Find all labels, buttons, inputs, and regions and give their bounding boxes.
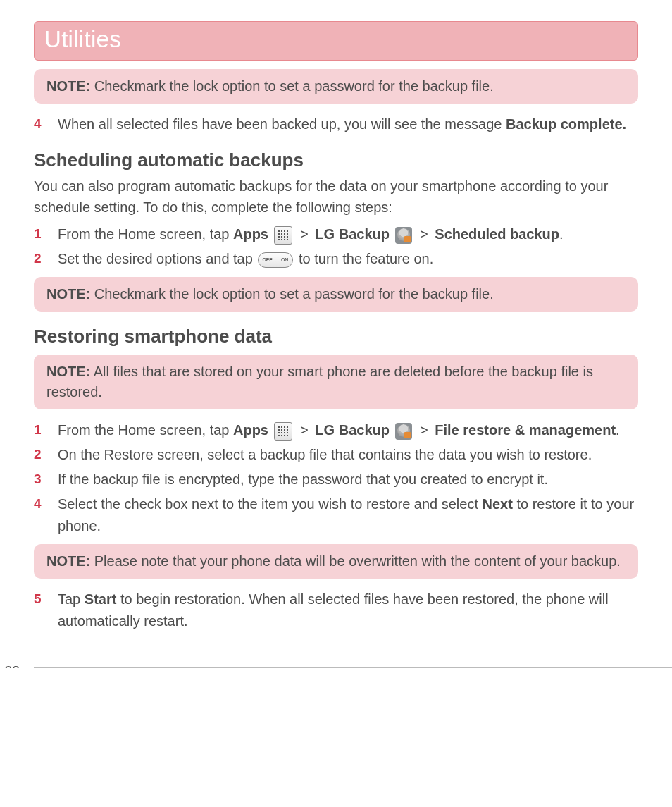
step-text: If the backup file is encrypted, type th… bbox=[58, 472, 548, 487]
restore-step-2: 2 On the Restore screen, select a backup… bbox=[34, 444, 638, 466]
separator-gt: > bbox=[300, 422, 309, 438]
step-body: Select the check box next to the item yo… bbox=[58, 493, 638, 537]
step-body: From the Home screen, tap Apps > LG Back… bbox=[58, 223, 638, 245]
lg-backup-label: LG Backup bbox=[315, 422, 390, 438]
step-number: 1 bbox=[34, 419, 58, 441]
step-number: 2 bbox=[34, 248, 58, 270]
step-text-bold: Backup complete. bbox=[506, 116, 626, 132]
note-box-4: NOTE: Please note that your phone data w… bbox=[34, 544, 638, 579]
note-box-3: NOTE: All files that are stored on your … bbox=[34, 355, 638, 409]
heading-restoring: Restoring smartphone data bbox=[34, 326, 638, 347]
scheduled-backup-label: Scheduled backup bbox=[435, 226, 559, 242]
next-label: Next bbox=[483, 496, 513, 512]
note-text: Please note that your phone data will be… bbox=[94, 553, 621, 569]
step-text: Set the desired options and tap bbox=[58, 251, 256, 266]
step-number: 3 bbox=[34, 469, 58, 491]
separator-gt: > bbox=[300, 226, 309, 242]
step-body: From the Home screen, tap Apps > LG Back… bbox=[58, 419, 638, 441]
step-number: 4 bbox=[34, 493, 58, 537]
lg-backup-label: LG Backup bbox=[315, 226, 390, 242]
lg-backup-icon bbox=[395, 227, 412, 244]
period: . bbox=[616, 422, 620, 438]
step-text: From the Home screen, tap bbox=[58, 226, 233, 242]
apps-label: Apps bbox=[233, 226, 268, 242]
step-text: Tap bbox=[58, 591, 85, 607]
note-label: NOTE: bbox=[46, 364, 90, 379]
section-header-bar: Utilities bbox=[34, 21, 638, 61]
step-body: On the Restore screen, select a backup f… bbox=[58, 444, 638, 466]
separator-gt: > bbox=[420, 422, 428, 438]
section-title: Utilities bbox=[44, 26, 628, 53]
separator-gt: > bbox=[420, 226, 428, 242]
step-text: On the Restore screen, select a backup f… bbox=[58, 447, 592, 462]
step-top-4: 4 When all selected files have been back… bbox=[34, 113, 638, 135]
note-text: Checkmark the lock option to set a passw… bbox=[94, 286, 494, 302]
step-text: Select the check box next to the item yo… bbox=[58, 496, 483, 512]
step-number: 1 bbox=[34, 223, 58, 245]
intro-scheduling: You can also program automatic backups f… bbox=[34, 175, 638, 218]
step-body: When all selected files have been backed… bbox=[58, 113, 638, 135]
note-box-1: NOTE: Checkmark the lock option to set a… bbox=[34, 69, 638, 104]
lg-backup-icon bbox=[395, 423, 412, 440]
note-label: NOTE: bbox=[46, 553, 90, 569]
note-box-2: NOTE: Checkmark the lock option to set a… bbox=[34, 277, 638, 312]
note-label: NOTE: bbox=[46, 78, 90, 94]
step-text: When all selected files have been backed… bbox=[58, 116, 506, 132]
period: . bbox=[559, 226, 564, 242]
schedule-step-1: 1 From the Home screen, tap Apps > LG Ba… bbox=[34, 223, 638, 245]
step-number: 2 bbox=[34, 444, 58, 466]
step-body: Tap Start to begin restoration. When all… bbox=[58, 589, 638, 632]
start-label: Start bbox=[85, 591, 117, 607]
file-restore-label: File restore & management bbox=[435, 422, 616, 438]
restore-step-3: 3 If the backup file is encrypted, type … bbox=[34, 469, 638, 491]
step-number: 5 bbox=[34, 589, 58, 632]
note-label: NOTE: bbox=[46, 286, 90, 302]
note-text: All files that are stored on your smart … bbox=[46, 364, 593, 400]
step-text: to begin restoration. When all selected … bbox=[58, 591, 609, 629]
heading-scheduling: Scheduling automatic backups bbox=[34, 149, 638, 171]
step-text: to turn the feature on. bbox=[299, 251, 433, 266]
step-body: Set the desired options and tap to turn … bbox=[58, 248, 638, 270]
toggle-off-on-icon bbox=[258, 252, 293, 268]
apps-label: Apps bbox=[233, 422, 268, 438]
restore-step-1: 1 From the Home screen, tap Apps > LG Ba… bbox=[34, 419, 638, 441]
step-number: 4 bbox=[34, 113, 58, 135]
step-text: From the Home screen, tap bbox=[58, 422, 233, 438]
apps-grid-icon bbox=[274, 226, 292, 245]
restore-step-5: 5 Tap Start to begin restoration. When a… bbox=[34, 589, 638, 632]
note-text: Checkmark the lock option to set a passw… bbox=[94, 78, 494, 94]
schedule-step-2: 2 Set the desired options and tap to tur… bbox=[34, 248, 638, 270]
page-footer: 60 bbox=[0, 667, 672, 668]
manual-page: Utilities NOTE: Checkmark the lock optio… bbox=[0, 0, 672, 649]
restore-step-4: 4 Select the check box next to the item … bbox=[34, 493, 638, 537]
footer-rule bbox=[34, 667, 672, 668]
step-body: If the backup file is encrypted, type th… bbox=[58, 469, 638, 491]
apps-grid-icon bbox=[274, 422, 292, 441]
page-number: 60 bbox=[4, 663, 23, 668]
